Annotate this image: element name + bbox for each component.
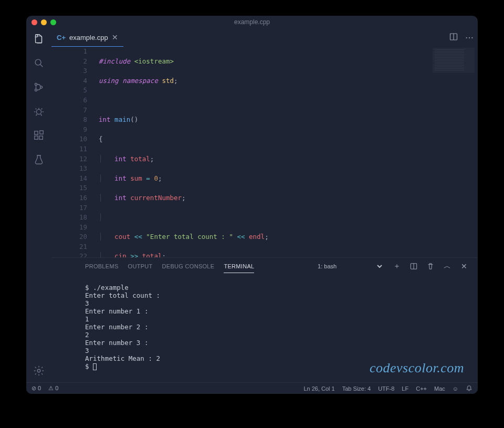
split-terminal-icon[interactable] bbox=[410, 263, 417, 270]
tab-debug-console[interactable]: DEBUG CONSOLE bbox=[162, 263, 215, 269]
activity-bar bbox=[26, 28, 51, 382]
code-editor[interactable]: 1234567891011121314151617181920212223 #i… bbox=[51, 47, 478, 257]
status-os[interactable]: Mac bbox=[434, 385, 445, 392]
tab-bar: C+ example.cpp ✕ ⋯ bbox=[51, 28, 478, 47]
close-window-button[interactable] bbox=[32, 19, 37, 25]
terminal-select[interactable]: 1: bash bbox=[316, 263, 384, 270]
new-terminal-icon[interactable]: ＋ bbox=[393, 262, 401, 271]
main-area: C+ example.cpp ✕ ⋯ 123456789101112131415… bbox=[26, 28, 478, 382]
svg-point-9 bbox=[37, 369, 40, 372]
search-icon[interactable] bbox=[33, 57, 45, 69]
minimize-window-button[interactable] bbox=[41, 19, 47, 25]
window-controls bbox=[32, 19, 56, 25]
svg-rect-7 bbox=[39, 136, 43, 139]
split-editor-icon[interactable] bbox=[449, 33, 458, 43]
svg-rect-5 bbox=[35, 131, 38, 134]
tab-output[interactable]: OUTPUT bbox=[128, 263, 153, 269]
line-gutter: 1234567891011121314151617181920212223 bbox=[51, 47, 99, 257]
tab-example-cpp[interactable]: C+ example.cpp ✕ bbox=[51, 28, 123, 47]
tab-terminal[interactable]: TERMINAL bbox=[224, 263, 254, 273]
svg-rect-8 bbox=[40, 131, 43, 134]
tab-problems[interactable]: PROBLEMS bbox=[85, 263, 119, 269]
svg-rect-6 bbox=[35, 136, 38, 139]
bell-icon[interactable] bbox=[466, 385, 472, 392]
feedback-icon[interactable]: ☺ bbox=[453, 385, 458, 392]
close-tab-icon[interactable]: ✕ bbox=[112, 33, 118, 41]
status-bar: ⊘ 0 ⚠ 0 Ln 26, Col 1 Tab Size: 4 UTF-8 L… bbox=[26, 382, 478, 394]
svg-point-4 bbox=[36, 109, 41, 114]
title-bar[interactable]: example.cpp bbox=[26, 16, 478, 28]
minimap[interactable] bbox=[433, 48, 475, 73]
status-tabsize[interactable]: Tab Size: 4 bbox=[342, 385, 371, 392]
status-encoding[interactable]: UTF-8 bbox=[378, 385, 394, 392]
svg-point-3 bbox=[40, 86, 43, 88]
kill-terminal-icon[interactable] bbox=[427, 263, 434, 270]
status-language[interactable]: C++ bbox=[416, 385, 427, 392]
svg-point-1 bbox=[35, 83, 37, 85]
tab-filename: example.cpp bbox=[69, 34, 108, 41]
watermark: codevscolor.com bbox=[370, 360, 464, 376]
settings-gear-icon[interactable] bbox=[33, 364, 45, 377]
cpp-file-icon: C+ bbox=[57, 34, 66, 41]
maximize-panel-icon[interactable]: ︿ bbox=[444, 262, 451, 271]
status-lncol[interactable]: Ln 26, Col 1 bbox=[303, 385, 334, 392]
explorer-icon[interactable] bbox=[33, 33, 45, 45]
close-panel-icon[interactable]: ✕ bbox=[461, 262, 467, 270]
code-content[interactable]: #include <iostream> using namespace std;… bbox=[99, 47, 478, 257]
maximize-window-button[interactable] bbox=[50, 19, 56, 25]
editor-region: C+ example.cpp ✕ ⋯ 123456789101112131415… bbox=[51, 28, 478, 382]
source-control-icon[interactable] bbox=[33, 81, 45, 93]
status-warnings[interactable]: ⚠ 0 bbox=[48, 385, 58, 392]
debug-icon[interactable] bbox=[33, 105, 45, 118]
panel-tabs: PROBLEMS OUTPUT DEBUG CONSOLE TERMINAL 1… bbox=[51, 258, 478, 275]
window-title: example.cpp bbox=[234, 18, 270, 26]
extensions-icon[interactable] bbox=[33, 129, 45, 142]
status-eol[interactable]: LF bbox=[402, 385, 408, 392]
svg-point-2 bbox=[35, 89, 37, 91]
svg-point-0 bbox=[35, 59, 41, 65]
more-actions-icon[interactable]: ⋯ bbox=[465, 33, 474, 43]
editor-actions: ⋯ bbox=[449, 33, 474, 43]
editor-window: example.cpp bbox=[26, 16, 478, 394]
test-icon[interactable] bbox=[33, 153, 45, 166]
status-errors[interactable]: ⊘ 0 bbox=[32, 385, 41, 392]
terminal-cursor bbox=[93, 363, 97, 370]
